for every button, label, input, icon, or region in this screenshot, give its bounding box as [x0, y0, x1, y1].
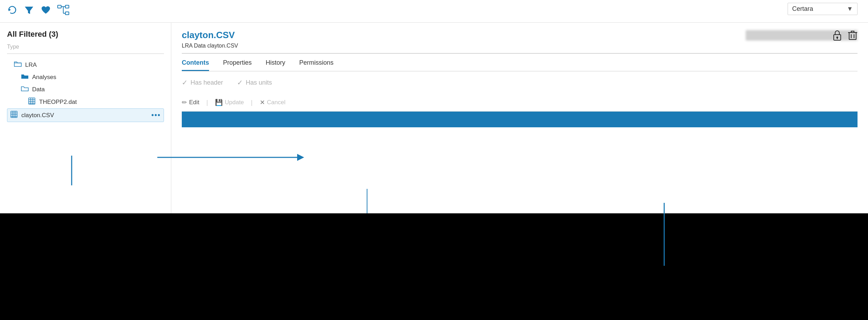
workspace-dropdown[interactable]: Certara ▼	[788, 3, 858, 15]
has-header-label: Has header	[191, 79, 223, 86]
tree-item-clayton[interactable]: clayton.CSV •••	[7, 108, 164, 122]
edit-button[interactable]: ✏ Edit	[182, 99, 199, 106]
hierarchy-icon[interactable]	[57, 5, 69, 18]
dataset-icon-theopp2	[28, 97, 36, 107]
folder-open-icon	[14, 61, 22, 69]
filter-icon[interactable]	[24, 5, 34, 18]
svg-rect-2	[58, 5, 61, 8]
divider-2: |	[251, 99, 253, 106]
folder-icon-data	[21, 85, 29, 94]
right-panel: clayton.CSV LRA Data clayton.CSV	[171, 23, 868, 213]
lra-label: LRA	[25, 62, 37, 69]
tabs-row: Contents Properties History Permissions	[182, 59, 858, 71]
toolbar: +	[0, 0, 868, 23]
pencil-icon: ✏	[182, 99, 187, 106]
check-icon-units: ✓	[237, 78, 243, 87]
update-button[interactable]: 💾 Update	[215, 99, 244, 106]
save-icon: 💾	[215, 99, 223, 106]
svg-marker-0	[9, 8, 11, 11]
refresh-icon[interactable]	[7, 5, 17, 18]
tab-contents[interactable]: Contents	[182, 59, 209, 71]
contents-checks: ✓ Has header ✓ Has units	[182, 78, 858, 87]
analyses-label: Analyses	[32, 74, 56, 81]
type-label: Type	[7, 44, 164, 54]
tree-item-lra[interactable]: LRA	[7, 59, 164, 71]
sidebar: All Filtered (3) Type LRA	[0, 23, 171, 213]
svg-point-29	[837, 37, 838, 38]
clayton-label: clayton.CSV	[21, 112, 54, 119]
cancel-button[interactable]: ✕ Cancel	[260, 99, 286, 106]
svg-rect-4	[65, 12, 69, 15]
svg-rect-3	[65, 5, 69, 8]
check-icon-header: ✓	[182, 78, 188, 87]
toolbar-icons	[7, 5, 69, 18]
tab-properties[interactable]: Properties	[223, 59, 252, 71]
workspace-label: Certara	[792, 5, 813, 13]
main-container: + Certara ▼ All Filtered (3) Type LRA	[0, 0, 868, 213]
more-options-button[interactable]: •••	[151, 111, 161, 119]
black-bottom-area	[0, 213, 868, 320]
file-actions-icons	[832, 30, 858, 43]
tab-history[interactable]: History	[266, 59, 285, 71]
svg-marker-1	[25, 7, 33, 14]
lock-icon[interactable]	[832, 30, 842, 43]
svg-rect-31	[849, 33, 856, 40]
dataset-icon-clayton	[10, 111, 18, 120]
tree-item-data[interactable]: Data	[7, 83, 164, 95]
file-subtitle: LRA Data clayton.CSV	[182, 43, 858, 54]
file-title-row: clayton.CSV	[182, 30, 858, 41]
x-icon: ✕	[260, 99, 265, 106]
tree-item-theopp2[interactable]: THEOPP2.dat	[7, 95, 164, 108]
theopp2-label: THEOPP2.dat	[39, 99, 77, 106]
chevron-down-icon: ▼	[847, 5, 853, 13]
cancel-label: Cancel	[267, 99, 286, 106]
file-title: clayton.CSV	[182, 30, 235, 41]
data-table-header-bar	[182, 112, 858, 127]
has-header-check: ✓ Has header	[182, 78, 223, 87]
tab-permissions[interactable]: Permissions	[299, 59, 333, 71]
divider-1: |	[206, 99, 208, 106]
sidebar-title: All Filtered (3)	[7, 30, 164, 39]
trash-icon[interactable]	[848, 30, 858, 43]
update-label: Update	[225, 99, 244, 106]
has-units-label: Has units	[246, 79, 272, 86]
content-area: All Filtered (3) Type LRA	[0, 23, 868, 213]
tree-item-analyses[interactable]: Analyses	[7, 71, 164, 83]
favorite-icon[interactable]	[41, 5, 51, 18]
edit-row: ✏ Edit | 💾 Update | ✕ Cancel	[182, 94, 858, 112]
edit-label: Edit	[189, 99, 199, 106]
has-units-check: ✓ Has units	[237, 78, 272, 87]
data-label: Data	[32, 86, 45, 93]
folder-icon-analyses	[21, 73, 29, 81]
